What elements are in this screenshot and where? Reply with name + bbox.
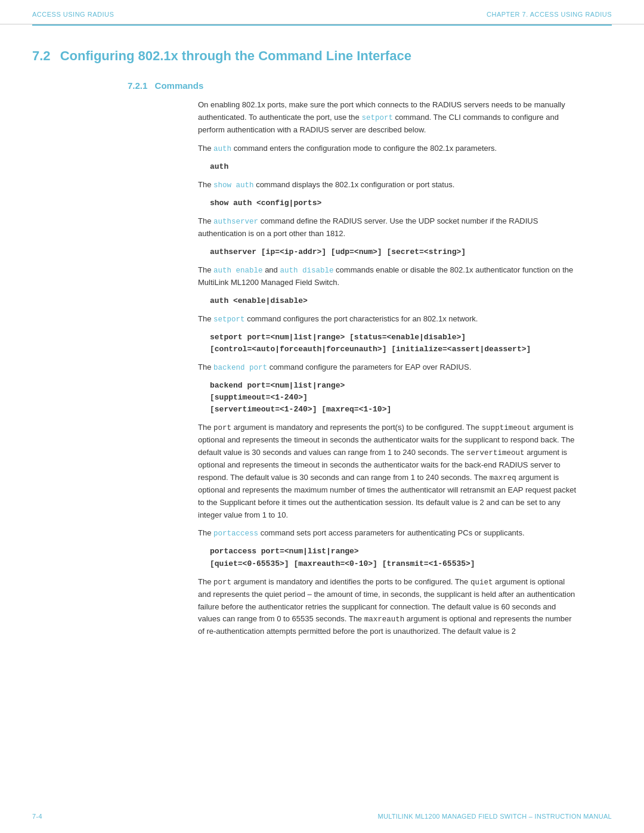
setport-command-block: setport port=<num|list|range> [status=<e…: [210, 332, 580, 355]
maxreq-cmd: maxreq: [490, 474, 516, 482]
port-arg-paragraph: The port argument is mandatory and repre…: [198, 422, 580, 521]
footer: 7-4 MULTILINK ML1200 MANAGED FIELD SWITC…: [0, 813, 644, 820]
setport-intro: The: [198, 314, 213, 323]
authserver-block-text: authserver [ip=<ip-addr>] [udp=<num>] [s…: [210, 247, 466, 256]
auth-block-text: auth: [210, 162, 228, 171]
auth-intro-text: The: [198, 144, 213, 153]
servertimeout-cmd: servertimeout: [466, 449, 525, 457]
quiet-cmd: quiet: [470, 578, 493, 587]
body-text-area: On enabling 802.1x ports, make sure the …: [198, 99, 580, 638]
backend-end: command configure the parameters for EAP…: [267, 363, 471, 371]
authserver-paragraph: The authserver command define the RADIUS…: [198, 215, 580, 240]
show-auth-paragraph: The show auth command displays the 802.1…: [198, 179, 580, 191]
maxreauth-cmd: maxreauth: [364, 615, 405, 624]
backend-command-block: backend port=<num|list|range> [supptimeo…: [210, 380, 580, 416]
setport-block-line1: setport port=<num|list|range> [status=<e…: [210, 333, 466, 342]
supptimeout-cmd: supptimeout: [482, 424, 531, 432]
setport-cmd: setport: [213, 315, 245, 324]
setport-inline-cmd: setport: [361, 114, 393, 122]
show-auth-cmd: show auth: [213, 181, 254, 190]
authenable-block-text: auth <enable|disable>: [210, 296, 308, 305]
subsection-number: 7.2.1: [128, 80, 147, 91]
breadcrumb-left: ACCESS USING RADIUS: [32, 11, 114, 18]
footer-page-number: 7-4: [32, 813, 42, 820]
portaccess-intro: The: [198, 528, 213, 537]
port-arg-mid: argument is mandatory and represents the…: [231, 423, 482, 432]
subsection-title-text: Commands: [155, 80, 204, 91]
auth-end-text: command enters the configuration mode to…: [231, 144, 497, 153]
backend-block-line2: [supptimeout=<1-240>]: [210, 393, 308, 402]
footer-manual-title: MULTILINK ML1200 MANAGED FIELD SWITCH – …: [378, 813, 612, 820]
main-content: 7.2 Configuring 802.1x through the Comma…: [0, 26, 644, 668]
portaccess-paragraph: The portaccess command sets port access …: [198, 527, 580, 540]
authenable-cmd1: auth enable: [213, 267, 263, 275]
authenable-mid: and: [263, 265, 280, 274]
portarg2-paragraph: The port argument is mandatory and ident…: [198, 576, 580, 638]
portaccess-block-line2: [quiet=<0-65535>] [maxreauth=<0-10>] [tr…: [210, 559, 475, 568]
setport-paragraph: The setport command configures the port …: [198, 313, 580, 326]
show-auth-intro: The: [198, 180, 213, 189]
authenable-paragraph: The auth enable and auth disable command…: [198, 264, 580, 289]
section-title-text: Configuring 802.1x through the Command L…: [60, 48, 411, 63]
show-auth-end: command displays the 802.1x configuratio…: [254, 180, 455, 189]
portarg2-cmd: port: [213, 578, 231, 587]
setport-end: command configures the port characterist…: [245, 314, 478, 323]
portarg2-text: The: [198, 577, 213, 586]
portaccess-end: command sets port access parameters for …: [258, 528, 525, 537]
auth-intro-paragraph: The auth command enters the configuratio…: [198, 143, 580, 155]
backend-intro: The: [198, 363, 213, 371]
show-auth-command-block: show auth <config|ports>: [210, 197, 580, 209]
authserver-intro: The: [198, 216, 213, 225]
header-bar: ACCESS USING RADIUS CHAPTER 7. ACCESS US…: [0, 0, 644, 24]
backend-paragraph: The backend port command configure the p…: [198, 361, 580, 374]
portarg2-mid: argument is mandatory and identifies the…: [231, 577, 470, 586]
subsection-title: 7.2.1 Commands: [128, 80, 612, 91]
auth-cmd-inline: auth: [213, 145, 231, 153]
backend-block-line3: [servertimeout=<1-240>] [maxreq=<1-10>]: [210, 405, 391, 414]
authserver-cmd: authserver: [213, 218, 258, 226]
section-title: 7.2 Configuring 802.1x through the Comma…: [32, 48, 612, 64]
portaccess-cmd: portaccess: [213, 529, 258, 538]
auth-command-block: auth: [210, 161, 580, 173]
page: ACCESS USING RADIUS CHAPTER 7. ACCESS US…: [0, 0, 644, 833]
port-arg-text: The: [198, 423, 213, 432]
backend-block-line1: backend port=<num|list|range>: [210, 381, 345, 390]
show-auth-block-text: show auth <config|ports>: [210, 199, 321, 208]
backend-cmd1: backend port: [213, 364, 267, 372]
authenable-intro: The: [198, 265, 213, 274]
authenable-command-block: auth <enable|disable>: [210, 295, 580, 307]
portaccess-block-line1: portaccess port=<num|list|range>: [210, 547, 359, 556]
port-arg-cmd: port: [213, 424, 231, 432]
setport-block-line2: [control=<auto|forceauth|forceunauth>] […: [210, 345, 531, 354]
portaccess-command-block: portaccess port=<num|list|range> [quiet=…: [210, 546, 580, 569]
breadcrumb-right: CHAPTER 7. ACCESS USING RADIUS: [487, 11, 612, 18]
authserver-command-block: authserver [ip=<ip-addr>] [udp=<num>] [s…: [210, 246, 580, 258]
intro-paragraph: On enabling 802.1x ports, make sure the …: [198, 99, 580, 137]
authenable-cmd2: auth disable: [280, 267, 333, 275]
section-number: 7.2: [32, 48, 51, 63]
